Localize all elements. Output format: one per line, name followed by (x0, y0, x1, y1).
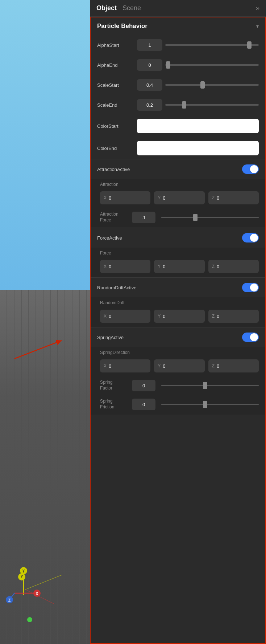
random-drift-z-value: 0 (217, 314, 219, 319)
spring-friction-input[interactable] (132, 399, 155, 410)
alpha-end-slider-container (165, 64, 259, 66)
attraction-x-value: 0 (109, 195, 111, 201)
force-z-value: 0 (217, 264, 219, 269)
alpha-end-track[interactable] (165, 64, 259, 66)
spring-direction-x-value: 0 (109, 363, 111, 369)
attraction-force-slider-container (161, 217, 259, 218)
attraction-force-label: AttractionForce (100, 212, 129, 223)
spring-friction-slider-container (161, 404, 259, 405)
properties-panel: Object Scene » Particle Behavior ▾ Alpha… (90, 0, 266, 644)
svg-line-10 (25, 575, 62, 590)
random-drift-y-value: 0 (163, 314, 165, 319)
scale-start-row: ScaleStart (91, 75, 265, 95)
spring-toggle-knob (250, 333, 258, 341)
random-drift-z-cell[interactable]: Z 0 (208, 310, 259, 323)
color-start-row: ColorStart (91, 115, 265, 137)
color-start-swatch[interactable] (137, 119, 259, 133)
alpha-start-input[interactable] (137, 39, 162, 51)
random-drift-y-cell[interactable]: Y 0 (154, 310, 204, 323)
spring-active-label: SpringActive (97, 335, 137, 340)
random-drift-active-label: RandomDriftActive (97, 285, 137, 290)
panel-header: Object Scene » (90, 0, 266, 17)
spring-direction-x-label: X (104, 363, 107, 368)
color-start-label: ColorStart (97, 123, 137, 129)
attraction-y-cell[interactable]: Y 0 (154, 191, 204, 204)
spring-direction-z-cell[interactable]: Z 0 (208, 359, 259, 372)
attraction-active-label: AttractionActive (97, 167, 137, 172)
spring-direction-y-cell[interactable]: Y 0 (154, 359, 204, 372)
scale-end-track[interactable] (165, 104, 259, 106)
scale-end-input[interactable] (137, 99, 162, 111)
random-drift-x-cell[interactable]: X 0 (100, 310, 150, 323)
alpha-start-slider-container (165, 44, 259, 46)
expand-icon[interactable]: » (256, 4, 259, 12)
spring-factor-label: SpringFactor (100, 380, 129, 391)
section-header: Particle Behavior ▾ (91, 17, 265, 35)
section-title: Particle Behavior (97, 23, 147, 30)
viewport: Y X Z Y (0, 0, 90, 644)
random-drift-active-row: RandomDriftActive (91, 278, 265, 297)
spring-friction-label: SpringFriction (100, 399, 129, 410)
random-drift-toggle-knob (250, 284, 258, 292)
attraction-active-row: AttractionActive (91, 159, 265, 179)
random-drift-active-toggle[interactable] (242, 283, 259, 292)
alpha-start-thumb[interactable] (247, 41, 252, 49)
scale-end-label: ScaleEnd (97, 102, 137, 108)
alpha-start-row: AlphaStart (91, 35, 265, 55)
alpha-end-thumb[interactable] (166, 61, 170, 69)
alpha-start-label: AlphaStart (97, 42, 137, 48)
force-sub-section: Force X 0 Y 0 Z 0 (91, 248, 265, 277)
arrow-indicator (11, 337, 69, 362)
scale-end-row: ScaleEnd (91, 95, 265, 115)
attraction-force-thumb[interactable] (193, 214, 198, 221)
force-x-value: 0 (109, 264, 111, 269)
attraction-active-toggle[interactable] (242, 164, 259, 174)
spring-friction-track[interactable] (161, 404, 259, 405)
spring-factor-thumb[interactable] (203, 382, 207, 389)
force-y-cell[interactable]: Y 0 (154, 260, 204, 273)
force-x-cell[interactable]: X 0 (100, 260, 150, 273)
force-sub-label: Force (93, 248, 265, 257)
chevron-down-icon[interactable]: ▾ (256, 23, 259, 29)
color-end-row: ColorEnd (91, 137, 265, 159)
alpha-start-track[interactable] (165, 44, 259, 46)
spring-direction-sub-label: SpringDirection (93, 347, 265, 356)
spring-friction-thumb[interactable] (203, 401, 207, 408)
attraction-sub-section: Attraction X 0 Y 0 Z 0 AttractionForce (91, 179, 265, 228)
attraction-z-value: 0 (217, 195, 219, 201)
tab-object[interactable]: Object (96, 4, 117, 12)
force-active-row: ForceActive (91, 228, 265, 248)
color-end-swatch[interactable] (137, 141, 259, 155)
random-drift-z-label: Z (212, 314, 215, 319)
spring-direction-xyz-row: X 0 Y 0 Z 0 (93, 356, 265, 377)
attraction-x-cell[interactable]: X 0 (100, 191, 150, 204)
alpha-end-input[interactable] (137, 59, 162, 71)
force-z-label: Z (212, 264, 215, 269)
scale-end-thumb[interactable] (182, 101, 186, 109)
scale-start-slider-container (165, 84, 259, 86)
spring-factor-input[interactable] (132, 380, 155, 391)
svg-line-0 (14, 341, 62, 359)
spring-factor-slider-container (161, 385, 259, 386)
attraction-z-cell[interactable]: Z 0 (208, 191, 259, 204)
attraction-force-track[interactable] (161, 217, 259, 218)
force-y-label: Y (158, 264, 161, 269)
tab-scene[interactable]: Scene (122, 4, 141, 12)
force-active-toggle[interactable] (242, 233, 259, 242)
force-x-label: X (104, 264, 107, 269)
force-y-value: 0 (163, 264, 165, 269)
attraction-force-input[interactable] (132, 212, 155, 223)
panel-body: Particle Behavior ▾ AlphaStart AlphaEnd (90, 17, 266, 644)
spring-active-row: SpringActive (91, 327, 265, 347)
force-z-cell[interactable]: Z 0 (208, 260, 259, 273)
spring-active-toggle[interactable] (242, 333, 259, 342)
scale-start-track[interactable] (165, 84, 259, 86)
scale-start-input[interactable] (137, 79, 162, 91)
random-drift-sub-section: RandomDrift X 0 Y 0 Z 0 (91, 297, 265, 327)
spring-direction-x-cell[interactable]: X 0 (100, 359, 150, 372)
spring-direction-y-label: Y (158, 363, 161, 368)
spring-direction-z-label: Z (212, 363, 215, 368)
scale-start-thumb[interactable] (200, 81, 205, 89)
attraction-sub-label: Attraction (93, 179, 265, 188)
spring-factor-track[interactable] (161, 385, 259, 386)
